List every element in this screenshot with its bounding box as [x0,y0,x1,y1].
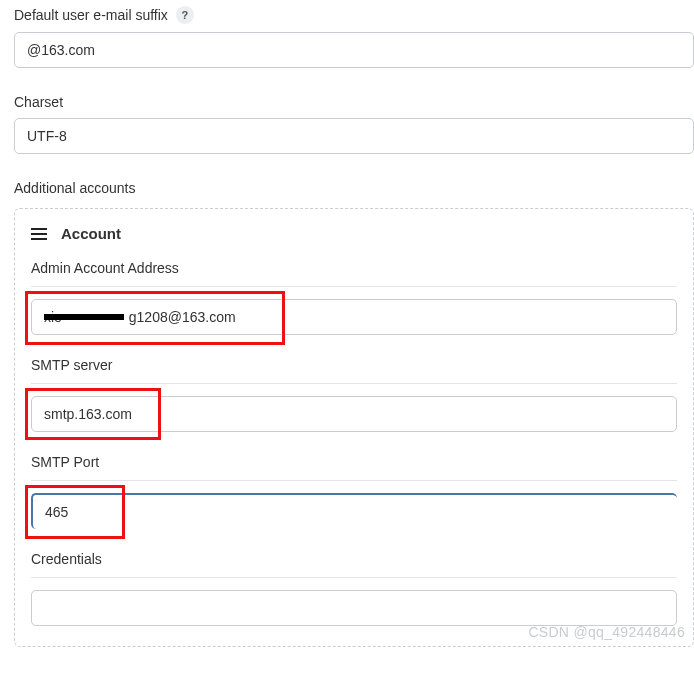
default-suffix-label-row: Default user e-mail suffix ? [14,6,694,24]
divider [31,383,677,384]
charset-input[interactable] [14,118,694,154]
charset-label: Charset [14,94,63,110]
admin-address-visible: g1208@163.com [129,309,236,325]
default-suffix-label: Default user e-mail suffix [14,7,168,23]
admin-address-input[interactable]: xie xxxxxxxxx g1208@163.com [31,299,677,335]
page-root: Default user e-mail suffix ? Charset Add… [14,6,694,647]
field-default-suffix: Default user e-mail suffix ? [14,6,694,68]
divider [31,577,677,578]
drag-handle-icon[interactable] [31,228,47,240]
credentials-label: Credentials [31,551,677,567]
field-charset: Charset [14,94,694,154]
account-title: Account [61,225,121,242]
admin-address-label: Admin Account Address [31,260,677,276]
field-smtp-port: SMTP Port [31,454,677,529]
smtp-port-label: SMTP Port [31,454,677,470]
additional-accounts-panel: Account Admin Account Address xie xxxxxx… [14,208,694,647]
credentials-input[interactable] [31,590,677,626]
help-icon[interactable]: ? [176,6,194,24]
default-suffix-input[interactable] [14,32,694,68]
additional-accounts-heading: Additional accounts [14,180,694,196]
divider [31,286,677,287]
divider [31,480,677,481]
smtp-server-input[interactable] [31,396,677,432]
field-credentials: Credentials [31,551,677,626]
account-header: Account [31,225,677,242]
watermark: CSDN @qq_492448446 [528,624,685,640]
admin-address-redacted: xie xxxxxxxxx [44,309,129,325]
smtp-server-label: SMTP server [31,357,677,373]
field-admin-address: Admin Account Address xie xxxxxxxxx g120… [31,260,677,335]
charset-label-row: Charset [14,94,694,110]
smtp-port-input[interactable] [31,493,677,529]
field-smtp-server: SMTP server [31,357,677,432]
